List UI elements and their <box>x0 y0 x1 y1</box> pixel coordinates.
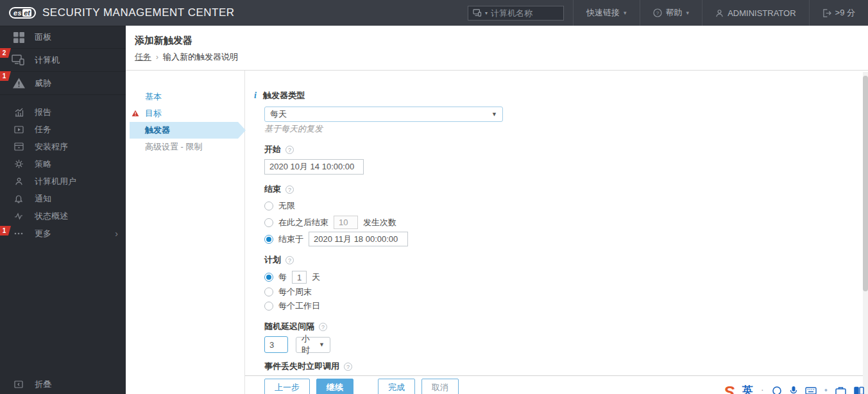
schedule-every-radio[interactable] <box>264 273 273 282</box>
computers-icon <box>12 54 26 66</box>
weekend-label: 每个周末 <box>278 286 312 298</box>
installers-icon <box>12 142 26 151</box>
computer-icon <box>473 9 482 17</box>
help-question-icon: ? <box>319 323 327 331</box>
continue-button[interactable]: 继续 <box>316 379 353 394</box>
help-circle-icon: ? <box>653 8 662 17</box>
help-question-icon: ? <box>344 363 352 371</box>
step-trigger-active[interactable]: 触发器 <box>130 122 246 139</box>
sidebar-item-label: 通知 <box>35 193 51 205</box>
every-days-input[interactable] <box>292 271 307 284</box>
end-at-radio[interactable] <box>264 235 273 244</box>
tasks-icon <box>12 125 26 133</box>
step-label: 目标 <box>145 108 162 118</box>
app-title: SECURITY MANAGEMENT CENTER <box>42 6 235 19</box>
delay-unit-select[interactable]: 小时 ▼ <box>296 337 330 353</box>
sidebar-item-more[interactable]: 1 更多 › <box>0 225 126 242</box>
end-at-label: 结束于 <box>278 234 303 245</box>
sidebar-item-label: 策略 <box>35 158 51 170</box>
help-question-icon: ? <box>285 185 294 194</box>
end-unlimited-radio[interactable] <box>264 201 273 210</box>
schedule-weekend-radio[interactable] <box>264 287 273 296</box>
dashboard-icon <box>12 31 26 44</box>
sidebar-item-threats[interactable]: 1 威胁 <box>0 72 126 95</box>
ime-microphone-icon[interactable] <box>790 385 797 394</box>
end-after-radio[interactable] <box>264 218 273 227</box>
ime-clipboard-icon[interactable] <box>854 385 864 394</box>
end-unlimited-option: 无限 <box>264 200 863 212</box>
sidebar-item-computer-users[interactable]: 计算机用户 <box>0 173 126 190</box>
schedule-label-row: 计划 ? <box>264 254 863 266</box>
end-datetime-input[interactable] <box>309 232 408 246</box>
trigger-type-select[interactable]: 每天 ▼ <box>264 107 503 122</box>
computers-badge: 2 <box>0 48 11 58</box>
sidebar-item-reports[interactable]: 报告 <box>0 103 126 121</box>
vertical-scrollbar[interactable] <box>863 72 868 394</box>
sidebar-item-label: 报告 <box>35 107 51 118</box>
ime-keyboard-icon[interactable] <box>805 385 817 394</box>
schedule-workday-radio[interactable] <box>264 302 273 311</box>
quick-links-label: 快速链接 <box>586 7 620 19</box>
back-button[interactable]: 上一步 <box>264 379 310 394</box>
trigger-type-hint: 基于每天的复发 <box>264 123 863 135</box>
delay-value-input[interactable] <box>264 336 288 353</box>
search-input[interactable] <box>491 8 549 18</box>
user-icon <box>715 9 724 17</box>
end-at-option: 结束于 <box>264 232 863 246</box>
trigger-type-value: 每天 <box>270 108 287 120</box>
sidebar-item-label: 安装程序 <box>35 141 68 153</box>
status-overview-icon <box>12 212 26 220</box>
finish-button[interactable]: 完成 <box>378 379 415 394</box>
sidebar-collapse-button[interactable]: 折叠 <box>0 375 126 394</box>
sidebar-item-label: 计算机用户 <box>35 176 76 187</box>
start-label-row: 开始 ? <box>264 144 863 155</box>
session-logout[interactable]: >9 分 <box>809 0 868 26</box>
sidebar-item-notifications[interactable]: 通知 <box>0 190 126 207</box>
dropdown-caret-icon: ▼ <box>319 341 325 348</box>
eset-logo-left: es <box>13 9 22 17</box>
computer-search-box[interactable]: ▾ <box>468 6 564 21</box>
occurrence-count-input[interactable] <box>334 216 358 229</box>
help-menu[interactable]: ? 帮助 ▾ <box>640 0 702 26</box>
ime-punctuation-icon[interactable]: · <box>761 385 764 394</box>
user-menu[interactable]: ADMINISTRATOR <box>702 0 808 26</box>
step-targets[interactable]: 目标 <box>126 105 245 122</box>
ime-toolbox-icon[interactable] <box>835 385 846 394</box>
cancel-button[interactable]: 取消 <box>421 379 459 394</box>
every-suffix: 天 <box>312 271 320 283</box>
policies-icon <box>12 159 26 169</box>
chevron-down-icon: ▾ <box>686 10 690 16</box>
chevron-right-icon: › <box>115 228 118 239</box>
threats-icon <box>12 77 26 89</box>
start-datetime-input[interactable] <box>264 159 364 175</box>
end-after-suffix: 发生次数 <box>363 217 396 228</box>
scrollbar-thumb[interactable] <box>863 76 868 291</box>
sidebar-item-tasks[interactable]: 任务 <box>0 121 126 138</box>
breadcrumb-tasks-link[interactable]: 任务 <box>135 51 151 63</box>
quick-links-menu[interactable]: 快速链接 ▾ <box>573 0 640 26</box>
sidebar-item-policies[interactable]: 策略 <box>0 155 126 173</box>
end-after-option: 在此之后结束 发生次数 <box>264 216 863 229</box>
ime-emoji-icon[interactable] <box>772 385 782 394</box>
computer-users-icon <box>12 177 26 185</box>
trigger-type-label-row: i 触发器类型 <box>264 90 863 101</box>
wizard-step-nav: 基本 目标 触发器 高级设置 - 限制 <box>126 71 245 155</box>
search-scope-caret-icon[interactable]: ▾ <box>485 10 488 16</box>
ime-language-toggle[interactable]: 英 <box>742 385 753 394</box>
end-after-label: 在此之后结束 <box>278 217 328 228</box>
breadcrumb-current: 输入新的触发器说明 <box>163 51 238 63</box>
dropdown-caret-icon: ▼ <box>491 111 497 117</box>
sidebar-item-computers[interactable]: 2 计算机 <box>0 49 126 72</box>
sidebar-item-dashboard[interactable]: 面板 <box>0 26 126 49</box>
step-basic[interactable]: 基本 <box>126 89 245 105</box>
ime-logo-icon[interactable]: S <box>724 385 735 394</box>
delay-inputs-row: 小时 ▼ <box>264 336 863 353</box>
sidebar-item-installers[interactable]: 安装程序 <box>0 138 126 155</box>
sidebar-item-label: 威胁 <box>35 78 51 89</box>
top-bar: es et SECURITY MANAGEMENT CENTER ▾ 快速链接 … <box>0 0 868 26</box>
step-advanced-settings[interactable]: 高级设置 - 限制 <box>126 139 245 155</box>
schedule-workday-option: 每个工作日 <box>264 300 863 312</box>
collapse-icon <box>12 381 26 388</box>
sidebar-item-status-overview[interactable]: 状态概述 <box>0 207 126 225</box>
sidebar-item-label: 更多 <box>35 228 51 239</box>
